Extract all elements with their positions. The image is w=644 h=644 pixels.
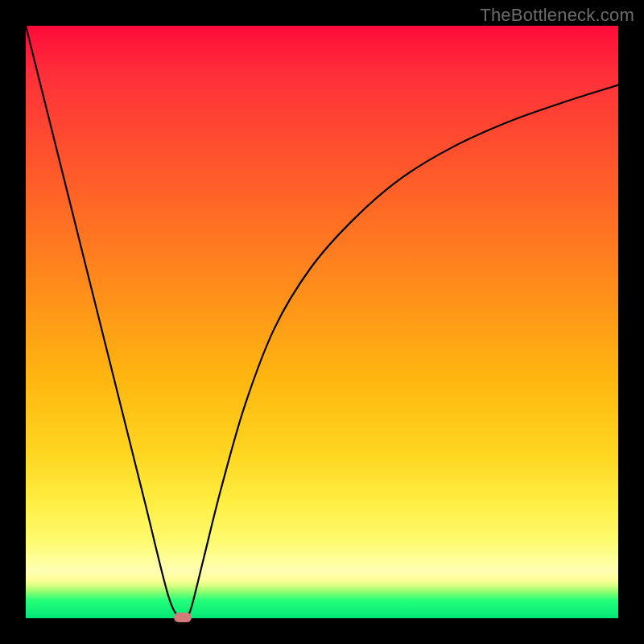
watermark-text: TheBottleneck.com — [480, 5, 634, 26]
chart-frame: TheBottleneck.com — [0, 0, 644, 644]
curve-layer — [26, 26, 618, 618]
plot-area — [26, 26, 618, 618]
optimum-marker — [174, 613, 192, 622]
bottleneck-curve — [26, 26, 618, 618]
